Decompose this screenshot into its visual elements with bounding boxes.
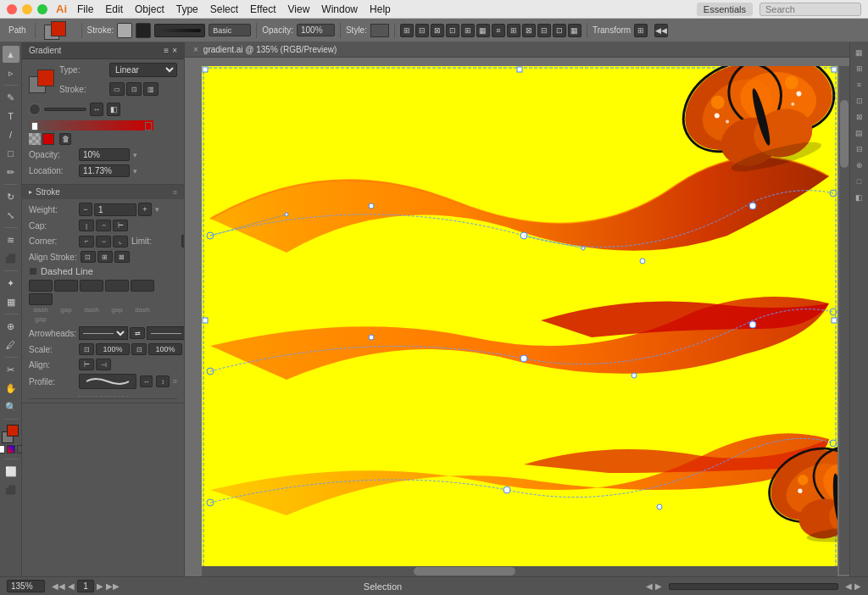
scale-input-1[interactable] xyxy=(96,343,130,355)
menu-file[interactable]: File xyxy=(77,3,93,15)
blend-tool[interactable]: ⊕ xyxy=(3,318,19,335)
right-panel-btn-9[interactable]: □ xyxy=(853,175,866,188)
right-panel-btn-4[interactable]: ⊡ xyxy=(853,94,866,108)
weight-chevron[interactable]: ▾ xyxy=(155,205,159,214)
round-cap-btn[interactable]: ⌢ xyxy=(96,220,111,231)
draw-inside-icon[interactable]: ⬜ xyxy=(3,463,19,480)
nav-prev-btn[interactable]: ◀ xyxy=(68,581,75,591)
menu-type[interactable]: Type xyxy=(176,3,198,15)
search-input[interactable] xyxy=(760,3,861,16)
gradient-bar[interactable] xyxy=(29,120,154,131)
gradient-stop-right[interactable] xyxy=(145,122,152,131)
brush-tool[interactable]: ✏ xyxy=(3,164,19,181)
flip-profile-v-btn[interactable]: ↕ xyxy=(156,375,169,387)
profile-menu-icon[interactable]: ≡ xyxy=(173,377,177,386)
zoom-tool[interactable]: 🔍 xyxy=(3,398,19,415)
stroke-btn-2[interactable]: ⊡ xyxy=(126,82,142,96)
maximize-button[interactable] xyxy=(37,4,47,14)
arrowhead-end-select[interactable]: ———— xyxy=(147,326,185,340)
nav-last-btn[interactable]: ▶▶ xyxy=(106,581,120,591)
gap-3[interactable] xyxy=(29,293,53,305)
edit-gradient-btn[interactable]: ◧ xyxy=(107,103,120,116)
align-center-btn[interactable]: ⊡ xyxy=(81,251,96,263)
gap-1[interactable] xyxy=(54,280,78,292)
location-input[interactable] xyxy=(79,164,130,177)
minimize-button[interactable] xyxy=(22,4,32,14)
type-select[interactable]: Linear Radial xyxy=(109,63,177,77)
essentials-menu[interactable]: Essentials xyxy=(697,3,753,16)
selection-tool[interactable]: ▲ xyxy=(3,46,19,63)
butt-cap-btn[interactable]: | xyxy=(79,220,94,231)
arrowhead-start-select[interactable]: ———— xyxy=(79,326,128,340)
fill-swatch[interactable] xyxy=(51,21,66,36)
dashed-checkbox[interactable] xyxy=(29,267,37,275)
angle-input[interactable] xyxy=(44,108,86,111)
stroke-color-box[interactable] xyxy=(117,23,132,38)
right-panel-btn-2[interactable]: ⊞ xyxy=(853,62,866,75)
gap-2[interactable] xyxy=(105,280,129,292)
align-icon-10[interactable]: ⊟ xyxy=(537,24,551,37)
hand-tool[interactable]: ✋ xyxy=(3,380,19,397)
nav-next-btn[interactable]: ▶ xyxy=(97,581,103,591)
menu-effect[interactable]: Effect xyxy=(250,3,275,15)
zoom-input[interactable] xyxy=(7,580,45,592)
align-inside-btn[interactable]: ⊞ xyxy=(97,251,113,263)
swap-arrowheads-btn[interactable]: ⇄ xyxy=(130,327,145,339)
menu-select[interactable]: Select xyxy=(210,3,238,15)
profile-preview[interactable] xyxy=(79,374,136,389)
weight-up-btn[interactable]: + xyxy=(138,203,152,216)
align-icon-1[interactable]: ⊞ xyxy=(400,24,414,37)
eyedropper-tool[interactable]: 🖊 xyxy=(3,336,19,353)
panel-menu-icon[interactable]: ≡ xyxy=(164,46,169,55)
canvas[interactable] xyxy=(202,66,837,575)
align-outside-btn[interactable]: ⊠ xyxy=(114,251,130,263)
miter-join-btn[interactable]: ⌐ xyxy=(79,236,94,247)
align-icon-9[interactable]: ⊠ xyxy=(522,24,536,37)
menu-window[interactable]: Window xyxy=(321,3,358,15)
column-graph-tool[interactable]: ▦ xyxy=(3,293,19,310)
status-nav-left-btn[interactable]: ◀ xyxy=(845,581,852,591)
flip-profile-btn[interactable]: ↔ xyxy=(140,375,153,387)
scale-input-2[interactable] xyxy=(148,343,182,355)
location-chevron[interactable]: ▾ xyxy=(133,167,137,175)
screen-mode-icon[interactable]: ⬛ xyxy=(3,481,19,498)
delete-stop-btn[interactable]: 🗑 xyxy=(59,133,71,145)
stroke-btn-1[interactable]: ▭ xyxy=(109,82,125,96)
selected-stop-color[interactable] xyxy=(42,133,54,145)
stroke-menu-icon[interactable]: ≡ xyxy=(173,188,177,197)
menu-edit[interactable]: Edit xyxy=(105,3,123,15)
align-btn-1[interactable]: ⊢ xyxy=(79,359,94,370)
align-icon-3[interactable]: ⊠ xyxy=(431,24,444,37)
right-panel-btn-7[interactable]: ⊟ xyxy=(853,142,866,156)
align-icon-5[interactable]: ⊞ xyxy=(461,24,475,37)
scissors-tool[interactable]: ✂ xyxy=(3,361,19,378)
weight-input[interactable] xyxy=(94,203,136,216)
bevel-join-btn[interactable]: ⌞ xyxy=(113,236,128,247)
opacity-chevron[interactable]: ▾ xyxy=(133,151,137,159)
align-icon-2[interactable]: ⊟ xyxy=(415,24,429,37)
close-button[interactable] xyxy=(7,4,17,14)
line-tool[interactable]: / xyxy=(3,126,19,143)
menu-view[interactable]: View xyxy=(288,3,310,15)
panel-toggle[interactable]: ◀◀ xyxy=(654,24,668,37)
reverse-gradient-btn[interactable]: ↔ xyxy=(90,103,103,116)
dash-1[interactable] xyxy=(29,280,53,292)
right-panel-btn-8[interactable]: ⊕ xyxy=(853,158,866,172)
menu-object[interactable]: Object xyxy=(135,3,164,15)
right-panel-btn-3[interactable]: ≡ xyxy=(853,78,866,92)
menu-help[interactable]: Help xyxy=(370,3,391,15)
fill-gradient-swatch[interactable] xyxy=(37,70,54,86)
vertical-scrollbar[interactable] xyxy=(839,66,849,575)
opacity-input-p[interactable] xyxy=(79,148,130,161)
playback-next-btn[interactable]: ▶ xyxy=(655,581,662,591)
gradient-stop-left[interactable] xyxy=(31,122,38,131)
stroke-section-header[interactable]: ▸ Stroke ≡ xyxy=(22,185,184,199)
stroke-style-select[interactable]: Basic xyxy=(209,24,251,36)
right-panel-btn-10[interactable]: ◧ xyxy=(853,191,866,204)
playback-prev-btn[interactable]: ◀ xyxy=(646,581,653,591)
align-icon-11[interactable]: ⊡ xyxy=(553,24,566,37)
align-btn-2[interactable]: ⊣ xyxy=(96,359,111,370)
vertical-scroll-thumb[interactable] xyxy=(840,100,849,168)
canvas-tab-close[interactable]: × xyxy=(193,45,198,54)
stroke-style-box[interactable] xyxy=(136,23,151,38)
